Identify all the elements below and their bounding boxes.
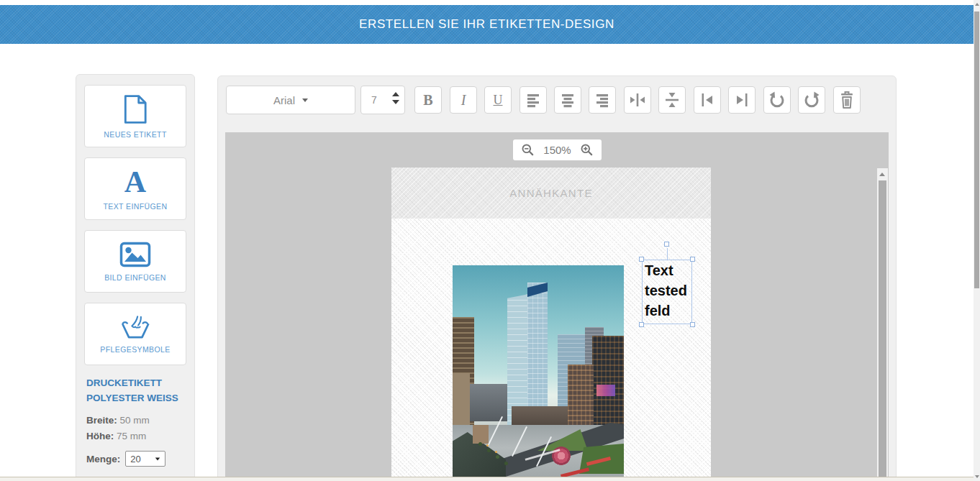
label-designer-app: ERSTELLEN SIE IHR ETIKETTEN-DESIGN NEUES… bbox=[0, 0, 980, 481]
image-mid-left-strip bbox=[470, 384, 513, 421]
product-dimensions: Breite: 50 mm Höhe: 75 mm bbox=[84, 413, 186, 444]
page-horizontal-scrollbar[interactable] bbox=[0, 477, 974, 481]
center-vertical-button[interactable] bbox=[658, 86, 686, 114]
rotation-stem bbox=[667, 248, 668, 260]
resize-handle-nw[interactable] bbox=[639, 257, 644, 262]
align-left-icon bbox=[525, 92, 541, 108]
height-value: 75 mm bbox=[117, 431, 146, 441]
scroll-down-icon[interactable] bbox=[975, 475, 979, 478]
italic-button[interactable]: I bbox=[450, 86, 477, 114]
resize-handle-sw[interactable] bbox=[639, 322, 644, 327]
rotate-ccw-icon bbox=[768, 91, 786, 109]
align-left-button[interactable] bbox=[520, 86, 547, 114]
height-row: Höhe: 75 mm bbox=[86, 429, 184, 444]
seam-allowance-area: ANNÄHKANTE bbox=[391, 168, 711, 219]
align-left-edge-icon bbox=[699, 91, 716, 109]
quantity-value: 20 bbox=[130, 454, 140, 464]
width-value: 50 mm bbox=[120, 415, 150, 426]
care-symbols-button-label: PFLEGESYMBOLE bbox=[100, 345, 170, 354]
spinner-up-icon[interactable] bbox=[392, 92, 399, 96]
insert-image-button-label: BILD EINFÜGEN bbox=[104, 273, 166, 282]
center-horizontal-icon bbox=[629, 91, 646, 109]
quantity-select[interactable]: 20 bbox=[125, 451, 165, 467]
bold-button[interactable]: B bbox=[414, 86, 442, 114]
width-row: Breite: 50 mm bbox=[86, 413, 184, 429]
text-line-1: Text bbox=[643, 260, 691, 280]
insert-text-button[interactable]: A TEXT EINFÜGEN bbox=[84, 157, 186, 220]
zoom-out-button[interactable] bbox=[521, 143, 535, 157]
rotate-handle[interactable] bbox=[664, 242, 669, 247]
sidebar: NEUES ETIKETT A TEXT EINFÜGEN BILD EINFÜ… bbox=[76, 74, 195, 481]
align-right-button[interactable] bbox=[589, 86, 616, 114]
chevron-down-icon bbox=[155, 457, 160, 460]
spinner-down-icon[interactable] bbox=[392, 100, 399, 104]
italic-icon: I bbox=[461, 92, 466, 109]
design-canvas[interactable]: 150% ANNÄHKANTE bbox=[225, 132, 889, 481]
bold-icon: B bbox=[423, 92, 432, 109]
image-trees bbox=[478, 442, 482, 446]
product-name: DRUCKETIKETT POLYESTER WEISS bbox=[86, 375, 184, 406]
page-title: ERSTELLEN SIE IHR ETIKETTEN-DESIGN bbox=[359, 17, 614, 32]
text-line-2: tested bbox=[643, 280, 691, 301]
zoom-level: 150% bbox=[543, 144, 571, 156]
editor-panel: Arial 7 B I U bbox=[217, 75, 897, 481]
new-label-button[interactable]: NEUES ETIKETT bbox=[84, 85, 186, 147]
align-left-edge-button[interactable] bbox=[694, 86, 721, 114]
rotate-cw-button[interactable] bbox=[798, 86, 825, 114]
rotate-cw-icon bbox=[803, 91, 820, 109]
seam-allowance-label: ANNÄHKANTE bbox=[509, 187, 593, 199]
zoom-in-icon bbox=[580, 143, 594, 157]
scroll-up-icon[interactable] bbox=[879, 173, 885, 176]
align-right-edge-button[interactable] bbox=[728, 86, 756, 114]
scroll-up-icon[interactable] bbox=[975, 3, 979, 6]
font-size-stepper[interactable]: 7 bbox=[360, 86, 405, 114]
label-image-element[interactable] bbox=[453, 265, 624, 481]
align-center-icon bbox=[560, 92, 576, 108]
font-family-select[interactable]: Arial bbox=[226, 86, 355, 114]
image-icon bbox=[119, 242, 151, 267]
zoom-out-icon bbox=[521, 143, 535, 157]
new-label-button-label: NEUES ETIKETT bbox=[104, 130, 166, 139]
align-center-button[interactable] bbox=[554, 86, 581, 114]
canvas-scrollbar-thumb[interactable] bbox=[879, 180, 886, 481]
text-element[interactable]: Text tested feld bbox=[642, 260, 692, 324]
care-symbols-button[interactable]: PFLEGESYMBOLE bbox=[84, 303, 186, 365]
image-billboard bbox=[596, 385, 615, 396]
page-scrollbar-thumb[interactable] bbox=[974, 12, 979, 288]
align-right-edge-icon bbox=[733, 91, 750, 109]
canvas-scrollbar[interactable] bbox=[877, 168, 888, 481]
text-line-3: feld bbox=[643, 301, 691, 321]
center-vertical-icon bbox=[663, 91, 681, 109]
font-size-spinner bbox=[392, 92, 399, 104]
zoom-in-button[interactable] bbox=[580, 143, 594, 157]
quantity-row: Menge: 20 bbox=[86, 451, 184, 467]
new-document-icon bbox=[123, 94, 148, 124]
underline-button[interactable]: U bbox=[484, 86, 512, 114]
insert-image-button[interactable]: BILD EINFÜGEN bbox=[84, 230, 186, 293]
zoom-control: 150% bbox=[513, 139, 602, 160]
trash-icon bbox=[838, 91, 856, 109]
insert-text-button-label: TEXT EINFÜGEN bbox=[103, 202, 167, 211]
font-family-value: Arial bbox=[273, 94, 295, 106]
resize-handle-se[interactable] bbox=[690, 322, 695, 327]
delete-button[interactable] bbox=[833, 86, 861, 114]
image-masonry-building bbox=[568, 365, 594, 428]
label-artboard[interactable]: ANNÄHKANTE bbox=[391, 168, 711, 481]
image-church-tower bbox=[473, 425, 489, 444]
chevron-down-icon bbox=[302, 99, 308, 102]
care-symbols-icon bbox=[120, 315, 150, 339]
center-horizontal-button[interactable] bbox=[624, 86, 651, 114]
rotate-ccw-button[interactable] bbox=[763, 86, 791, 114]
resize-handle-ne[interactable] bbox=[690, 257, 695, 262]
font-size-value: 7 bbox=[361, 86, 387, 114]
underline-icon: U bbox=[494, 93, 503, 108]
page-vertical-scrollbar[interactable] bbox=[974, 0, 980, 481]
product-name-line1: DRUCKETIKETT bbox=[86, 375, 184, 390]
app-header: ERSTELLEN SIE IHR ETIKETTEN-DESIGN bbox=[0, 5, 974, 44]
text-icon: A bbox=[124, 168, 146, 196]
align-right-icon bbox=[594, 92, 610, 108]
height-label: Höhe: bbox=[86, 431, 114, 441]
quantity-label: Menge: bbox=[86, 454, 120, 464]
product-name-line2: POLYESTER WEISS bbox=[86, 390, 184, 406]
width-label: Breite: bbox=[86, 415, 117, 426]
